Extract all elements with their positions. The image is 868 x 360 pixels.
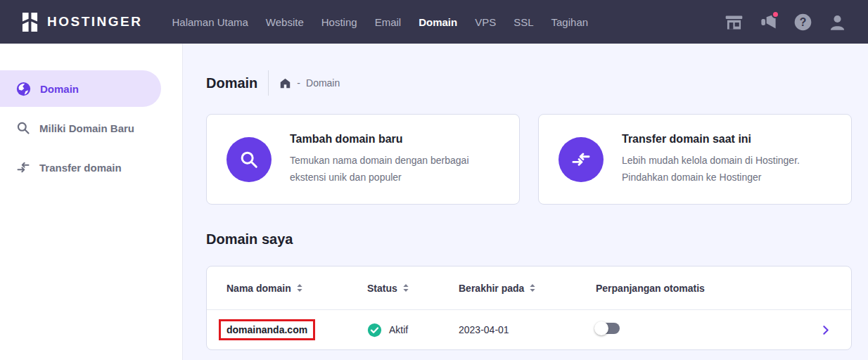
globe-icon xyxy=(16,82,31,96)
column-label: Nama domain xyxy=(226,283,291,294)
sidebar: Domain Miliki Domain Baru Transfer domai… xyxy=(0,44,183,360)
language-selector-button[interactable] xyxy=(689,12,709,32)
domain-name-highlight-box[interactable]: domainanda.com xyxy=(219,319,315,340)
table-header-row: Nama domain Status Berakhir pada Perpanj… xyxy=(207,266,851,309)
column-header-nama-domain[interactable]: Nama domain xyxy=(226,283,367,294)
navbar-actions: ? xyxy=(689,12,847,32)
brand-name: HOSTINGER xyxy=(47,14,142,30)
nav-item-email[interactable]: Email xyxy=(375,16,402,28)
column-header-berakhir-pada[interactable]: Berakhir pada xyxy=(459,283,596,294)
transfer-icon xyxy=(16,160,30,174)
home-icon[interactable] xyxy=(279,77,291,89)
nav-item-domain[interactable]: Domain xyxy=(419,16,457,28)
breadcrumb-current: Domain xyxy=(306,77,340,89)
sidebar-item-label: Miliki Domain Baru xyxy=(39,122,134,134)
nav-item-tagihan[interactable]: Tagihan xyxy=(551,16,589,28)
row-chevron-cell xyxy=(810,324,831,336)
main-navigation: Halaman Utama Website Hosting Email Doma… xyxy=(172,16,588,28)
person-icon xyxy=(828,13,847,32)
nav-item-hosting[interactable]: Hosting xyxy=(321,16,357,28)
transfer-domain-card[interactable]: Transfer domain saat ini Lebih mudah kel… xyxy=(538,114,852,205)
action-cards: Tambah domain baru Temukan nama domain d… xyxy=(206,114,852,205)
sidebar-item-miliki-domain-baru[interactable]: Miliki Domain Baru xyxy=(0,110,161,146)
nav-item-ssl[interactable]: SSL xyxy=(513,16,533,28)
page-title: Domain xyxy=(206,75,257,91)
breadcrumb-separator: - xyxy=(297,77,300,89)
column-header-perpanjangan-otomatis: Perpanjangan otomatis xyxy=(596,283,810,294)
sort-icon xyxy=(529,283,536,292)
notification-badge xyxy=(772,11,779,18)
domains-table: Nama domain Status Berakhir pada Perpanj… xyxy=(206,266,852,350)
card-description: Temukan nama domain dengan berbagai ekst… xyxy=(290,152,499,186)
domain-table-row[interactable]: domainanda.com Aktif 2023-04-01 xyxy=(207,309,851,349)
indonesia-flag-icon xyxy=(689,14,709,30)
card-text: Tambah domain baru Temukan nama domain d… xyxy=(290,133,499,186)
hostinger-logo-icon xyxy=(21,12,39,32)
card-title: Transfer domain saat ini xyxy=(622,133,831,146)
question-mark-icon: ? xyxy=(793,13,812,32)
sort-icon xyxy=(296,283,303,292)
auto-renew-toggle[interactable] xyxy=(596,323,620,334)
check-circle-icon xyxy=(367,323,382,338)
top-navbar: HOSTINGER Halaman Utama Website Hosting … xyxy=(0,0,868,44)
announcements-button[interactable] xyxy=(758,12,778,32)
header-divider xyxy=(268,70,269,96)
store-icon xyxy=(725,13,743,32)
status-badge: Aktif xyxy=(389,324,408,335)
nav-item-vps[interactable]: VPS xyxy=(475,16,496,28)
add-domain-card[interactable]: Tambah domain baru Temukan nama domain d… xyxy=(206,114,520,205)
help-button[interactable]: ? xyxy=(793,12,812,32)
toggle-knob xyxy=(594,321,608,335)
hostinger-logo[interactable]: HOSTINGER xyxy=(21,12,142,32)
status-cell: Aktif xyxy=(367,323,459,338)
column-label: Status xyxy=(367,283,397,294)
chevron-right-icon[interactable] xyxy=(819,324,831,336)
card-text: Transfer domain saat ini Lebih mudah kel… xyxy=(622,133,831,186)
card-title: Tambah domain baru xyxy=(290,133,499,146)
column-label: Berakhir pada xyxy=(459,283,524,294)
transfer-icon xyxy=(559,137,604,182)
search-icon xyxy=(226,137,272,182)
main-content: Domain - Domain xyxy=(183,44,868,360)
section-title-domain-saya: Domain saya xyxy=(206,231,852,248)
page-header: Domain - Domain xyxy=(206,70,852,96)
expiry-date: 2023-04-01 xyxy=(459,324,596,335)
sidebar-item-label: Transfer domain xyxy=(39,162,122,174)
svg-text:?: ? xyxy=(799,16,806,28)
sidebar-item-domain[interactable]: Domain xyxy=(0,70,161,107)
nav-item-halaman-utama[interactable]: Halaman Utama xyxy=(172,16,248,28)
card-description: Lebih mudah kelola domain di Hostinger. … xyxy=(622,152,831,186)
search-icon xyxy=(16,121,30,135)
column-label: Perpanjangan otomatis xyxy=(596,283,705,294)
sidebar-item-transfer-domain[interactable]: Transfer domain xyxy=(0,149,161,186)
account-button[interactable] xyxy=(827,12,847,32)
breadcrumb: - Domain xyxy=(279,77,340,89)
domain-name-cell: domainanda.com xyxy=(226,319,367,340)
column-header-status[interactable]: Status xyxy=(367,283,459,294)
nav-item-website[interactable]: Website xyxy=(266,16,304,28)
auto-renew-cell xyxy=(596,323,810,337)
sidebar-item-label: Domain xyxy=(40,83,79,95)
store-button[interactable] xyxy=(724,12,743,32)
sort-icon xyxy=(402,283,409,292)
